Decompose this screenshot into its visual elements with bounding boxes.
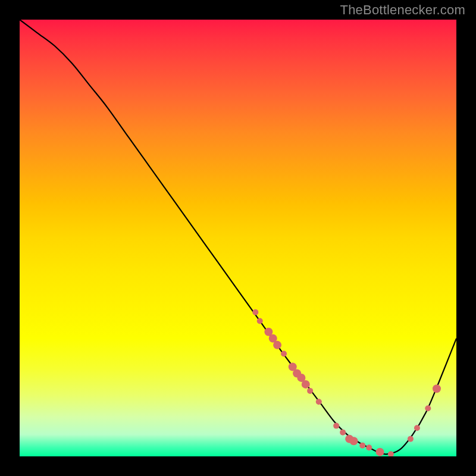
data-marker	[366, 444, 372, 450]
data-marker	[376, 448, 384, 456]
data-marker	[257, 318, 263, 324]
bottleneck-curve	[20, 20, 456, 454]
data-marker	[388, 451, 394, 456]
data-marker	[302, 380, 310, 389]
data-marker	[252, 309, 258, 315]
data-marker	[350, 437, 358, 445]
data-marker	[333, 423, 339, 429]
data-marker	[408, 436, 414, 442]
plot-area	[20, 20, 456, 456]
data-marker	[316, 399, 322, 405]
data-marker	[359, 443, 365, 449]
watermark-text: TheBottlenecker.com	[340, 2, 465, 18]
data-marker	[340, 430, 346, 436]
data-marker	[433, 384, 441, 393]
data-marker	[281, 351, 287, 357]
data-marker	[307, 388, 313, 394]
chart-svg	[20, 20, 456, 456]
data-marker	[414, 425, 420, 431]
data-marker	[425, 405, 431, 411]
data-marker	[273, 341, 281, 349]
